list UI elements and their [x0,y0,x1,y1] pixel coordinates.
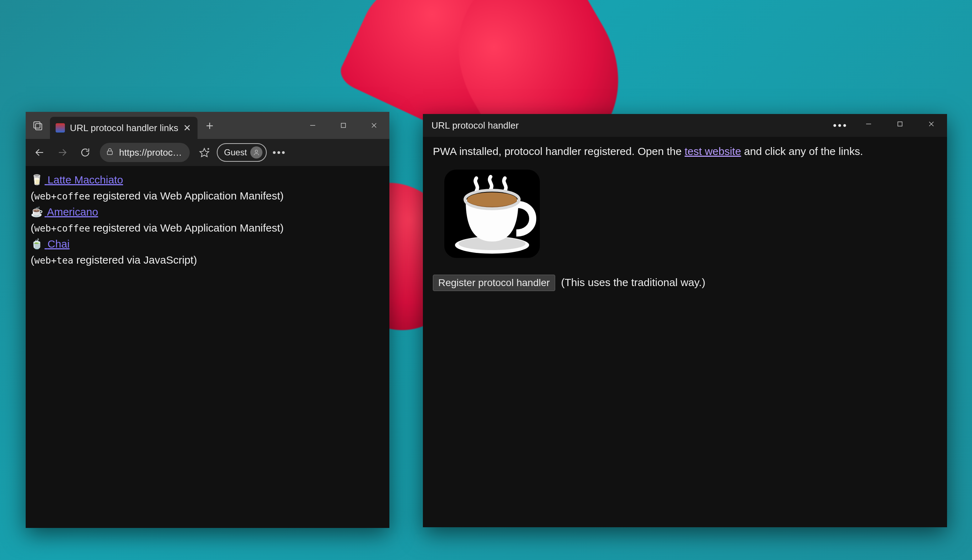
minimize-button[interactable] [298,115,328,136]
back-button[interactable] [29,142,50,163]
tab-close-icon[interactable]: ✕ [183,123,191,133]
close-button[interactable] [916,114,947,134]
browser-window: URL protocol handler links ✕ ＋ https://p… [26,112,389,528]
tab-favicon [55,123,65,133]
desktop-wallpaper: URL protocol handler links ✕ ＋ https://p… [0,0,972,560]
page-content: 🥛 Latte Macchiato (web+coffee registered… [26,166,389,528]
protocol-link-americano[interactable]: Americano [45,204,98,220]
site-info-icon[interactable] [105,147,114,157]
pwa-titlebar: URL protocol handler ••• [423,114,947,137]
list-item: 🍵 Chai [31,236,385,252]
list-item-note: (web+coffee registered via Web Applicati… [31,188,385,204]
tab-strip: URL protocol handler links ✕ ＋ [26,112,389,139]
new-tab-button[interactable]: ＋ [200,115,220,135]
drink-emoji-icon: 🥛 [31,172,43,187]
protocol-link-latte[interactable]: Latte Macchiato [45,172,123,188]
app-menu-button[interactable]: ••• [828,114,853,137]
svg-rect-1 [36,123,42,130]
browser-toolbar: https://protoc… Guest ••• [26,139,389,166]
forward-button[interactable] [52,142,73,163]
pwa-window: URL protocol handler ••• PWA installed, … [423,114,947,527]
tab[interactable]: URL protocol handler links ✕ [50,117,197,139]
drink-emoji-icon: 🍵 [31,237,43,252]
pwa-title: URL protocol handler [432,120,519,131]
maximize-button[interactable] [328,115,359,136]
coffee-cup-icon [442,167,937,263]
test-website-link[interactable]: test website [684,145,741,157]
list-item: ☕ Americano [31,204,385,220]
drink-emoji-icon: ☕ [31,205,43,220]
svg-point-21 [467,192,517,207]
pwa-content: PWA installed, protocol handler register… [423,137,947,527]
svg-rect-3 [341,123,346,128]
list-item-note: (web+coffee registered via Web Applicati… [31,220,385,236]
profile-label: Guest [224,147,247,157]
list-item: 🥛 Latte Macchiato [31,172,385,188]
svg-rect-8 [107,151,112,155]
intro-text: PWA installed, protocol handler register… [433,145,937,157]
svg-rect-0 [34,122,40,128]
register-handler-button[interactable]: Register protocol handler [433,275,555,291]
reload-button[interactable] [75,142,95,163]
address-bar[interactable]: https://protoc… [100,143,190,162]
address-text: https://protoc… [119,147,182,158]
svg-rect-14 [898,122,902,126]
svg-point-12 [255,150,258,152]
profile-button[interactable]: Guest [217,143,267,162]
profile-avatar-icon [250,147,263,158]
tab-title: URL protocol handler links [70,123,178,133]
minimize-button[interactable] [853,114,884,134]
more-menu-button[interactable]: ••• [269,142,289,163]
action-note: (This uses the traditional way.) [558,277,705,288]
favorites-button[interactable] [194,142,215,163]
tab-actions-button[interactable] [26,112,50,139]
protocol-link-chai[interactable]: Chai [45,236,70,252]
maximize-button[interactable] [884,114,916,134]
close-button[interactable] [359,115,389,136]
window-controls [298,115,389,136]
svg-marker-9 [200,148,209,157]
list-item-note: (web+tea registered via JavaScript) [31,252,385,268]
action-row: Register protocol handler (This uses the… [433,275,937,291]
